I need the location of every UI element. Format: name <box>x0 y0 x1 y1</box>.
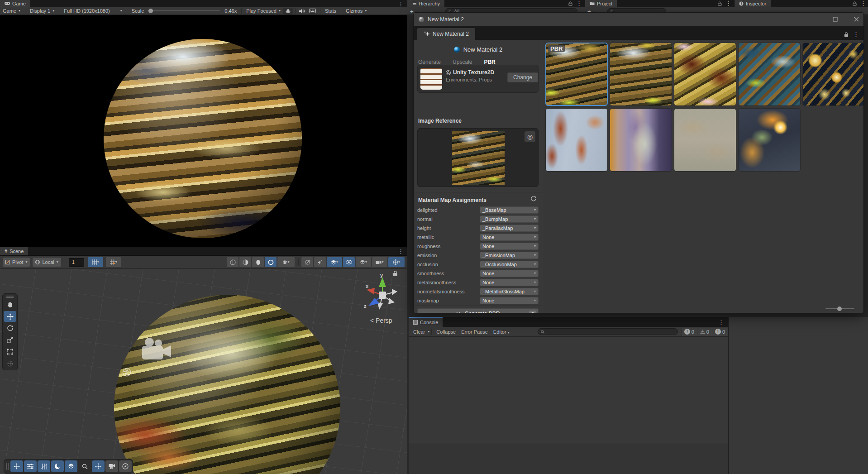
game-menu-kebab-icon[interactable]: ⋮ <box>398 1 404 7</box>
snap-increment-toggle[interactable]: ▾ <box>106 257 121 267</box>
thumbnail-size-slider-knob[interactable] <box>837 306 842 311</box>
console-kebab-icon[interactable]: ⋮ <box>718 319 724 325</box>
change-model-button[interactable]: Change <box>507 72 538 82</box>
image-reference-panel[interactable]: ◎ <box>417 128 539 187</box>
thumbnail-size-slider[interactable] <box>825 308 854 309</box>
effects-dropdown-bug-icon[interactable]: ▾ <box>277 257 295 267</box>
generation-thumbnail-selected[interactable]: PBR <box>545 43 608 106</box>
scene-overlay-layers-dropdown[interactable]: ▾ <box>327 257 342 267</box>
frame-debugger-bug-icon[interactable] <box>283 8 293 14</box>
move-tool[interactable] <box>4 311 16 322</box>
generation-thumbnail[interactable] <box>738 108 801 172</box>
mute-audio-speaker-icon[interactable] <box>297 8 307 14</box>
generation-thumbnail[interactable] <box>545 108 608 172</box>
tab-pbr[interactable]: PBR <box>484 59 495 65</box>
scene-menu-kebab-icon[interactable]: ⋮ <box>398 249 404 254</box>
resolution-dropdown[interactable]: Full HD (1920x1080)▾ <box>61 8 125 14</box>
inspector-lock-icon[interactable] <box>853 1 857 6</box>
tab-inspector[interactable]: Inspector <box>734 0 771 7</box>
hierarchy-kebab-icon[interactable]: ⋮ <box>576 0 582 6</box>
tab-hierarchy[interactable]: Hierarchy <box>407 0 444 7</box>
hand-tool[interactable] <box>4 299 16 310</box>
orientation-gizmo[interactable]: y x z < Persp <box>358 269 407 328</box>
error-pause-button[interactable]: Error Pause <box>458 328 491 335</box>
2d-view-toggle[interactable] <box>239 257 251 267</box>
stats-button[interactable]: Stats <box>322 8 339 14</box>
overlay-drag-handle[interactable] <box>5 463 10 470</box>
rotate-tool[interactable] <box>4 323 16 334</box>
display-dropdown[interactable]: Display 1▾ <box>27 8 57 14</box>
tab-upscale[interactable]: Upscale <box>453 59 472 65</box>
collapse-button[interactable]: Collapse <box>434 328 458 335</box>
generation-thumbnail[interactable] <box>802 43 864 106</box>
scale-tool[interactable] <box>4 335 16 345</box>
map-dropdown[interactable]: None▾ <box>480 243 539 250</box>
hierarchy-lock-icon[interactable] <box>568 1 572 6</box>
console-search-input[interactable] <box>538 328 678 335</box>
map-dropdown[interactable]: _MetallicGlossMap▾ <box>480 288 539 295</box>
game-viewport[interactable] <box>0 15 407 247</box>
scene-camera-eye-toggle[interactable] <box>343 257 355 267</box>
grid-size-field[interactable]: 1 <box>69 258 84 267</box>
layers-dropdown[interactable]: ▾ <box>356 257 371 267</box>
overlay-drag-handle[interactable] <box>5 295 15 298</box>
map-dropdown[interactable]: None▾ <box>480 234 539 241</box>
projection-label[interactable]: < Persp <box>370 317 392 324</box>
map-dropdown[interactable]: _OcclusionMap▾ <box>480 261 539 268</box>
close-icon[interactable] <box>854 17 859 22</box>
project-lock-icon[interactable] <box>718 1 722 6</box>
gizmo-lock-icon[interactable] <box>393 271 398 276</box>
moon-overlay-button[interactable] <box>51 460 64 472</box>
clear-button[interactable]: Clear <box>410 328 428 335</box>
generation-thumbnail[interactable] <box>738 43 801 106</box>
generation-thumbnail[interactable] <box>674 43 736 106</box>
game-display-mode-dropdown[interactable]: Game▾ <box>0 8 23 14</box>
window-titlebar[interactable]: New Material 2 <box>414 13 863 26</box>
editor-dropdown[interactable]: Editor ▾ <box>491 328 512 335</box>
transform-tool[interactable] <box>4 358 16 369</box>
generate-pbr-button[interactable]: Generate PBR 5 <box>417 308 539 313</box>
move-overlay-button[interactable] <box>10 460 23 472</box>
reference-settings-target-icon[interactable]: ◎ <box>525 131 535 142</box>
map-dropdown[interactable]: None▾ <box>480 279 539 286</box>
inspector-kebab-icon[interactable]: ⋮ <box>860 0 866 6</box>
audio-toggle[interactable] <box>265 257 277 267</box>
gizmos-visibility-dropdown[interactable]: ▾ <box>388 257 405 267</box>
map-dropdown[interactable]: None▾ <box>480 270 539 277</box>
compass-overlay-button[interactable] <box>119 460 132 472</box>
generation-thumbnail[interactable] <box>610 43 672 106</box>
tab-generate[interactable]: Generate <box>418 59 441 65</box>
map-dropdown[interactable]: _EmissionMap▾ <box>480 252 539 259</box>
camera-settings-dropdown[interactable]: ▾ <box>372 257 387 267</box>
maximize-icon[interactable] <box>833 17 838 22</box>
play-focused-dropdown[interactable]: Play Focused▾ <box>243 8 283 14</box>
generation-thumbnail[interactable] <box>674 108 736 172</box>
map-dropdown[interactable]: _ParallaxMap▾ <box>480 225 539 232</box>
snap-move-overlay-button[interactable] <box>92 460 105 472</box>
tab-new-material-2[interactable]: New Material 2 <box>417 28 475 40</box>
vsync-keyboard-icon[interactable] <box>307 8 318 14</box>
grid-snapping-toggle[interactable]: ▾ <box>88 257 103 267</box>
map-dropdown[interactable]: None▾ <box>480 297 539 304</box>
window-kebab-icon[interactable]: ⋮ <box>853 31 859 37</box>
generation-thumbnail[interactable] <box>610 108 672 172</box>
scene-audio-off-icon[interactable] <box>314 257 326 267</box>
tab-project[interactable]: Project <box>585 0 617 7</box>
shading-mode-button[interactable] <box>227 257 238 267</box>
camera-gizmo-icon[interactable] <box>136 337 176 369</box>
rect-tool[interactable] <box>4 346 16 357</box>
scene-viewport[interactable]: y x z < Persp <box>0 269 407 474</box>
scale-slider[interactable] <box>148 10 220 11</box>
search-overlay-button[interactable] <box>78 460 91 472</box>
console-log-area[interactable] <box>409 337 728 443</box>
project-kebab-icon[interactable]: ⋮ <box>725 0 731 6</box>
map-dropdown[interactable]: _BumpMap▾ <box>480 215 539 223</box>
scale-slider-knob[interactable] <box>148 9 153 13</box>
refresh-icon[interactable] <box>530 196 536 201</box>
lighting-toggle[interactable] <box>252 257 264 267</box>
sliders-overlay-button[interactable] <box>24 460 37 472</box>
grid-strike-overlay-button[interactable] <box>38 460 50 472</box>
warning-count-button[interactable]: ⚠0 <box>697 328 712 336</box>
tab-game[interactable]: Game <box>0 0 30 7</box>
error-count-button[interactable]: !0 <box>712 328 728 336</box>
